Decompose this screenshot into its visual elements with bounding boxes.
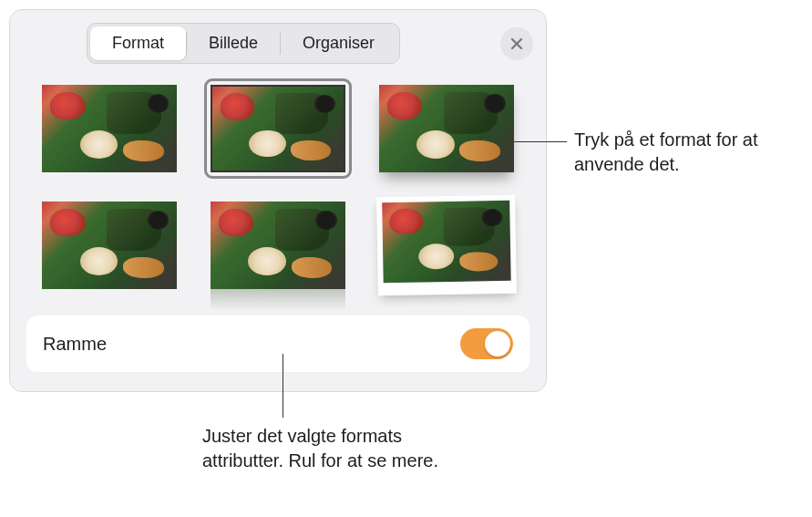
style-plain[interactable] (37, 78, 182, 179)
frame-toggle[interactable] (460, 328, 513, 359)
callout-apply-format: Tryk på et format for at anvende det. (574, 128, 802, 177)
tabs-row: Format Billede Organiser (10, 10, 546, 73)
image-styles-grid (10, 73, 546, 312)
frame-label: Ramme (43, 334, 107, 355)
callout-leader-line (512, 141, 567, 142)
style-shadow[interactable] (374, 78, 519, 179)
style-polaroid[interactable] (374, 195, 519, 295)
tab-billede[interactable]: Billede (187, 26, 280, 60)
style-reflection[interactable] (206, 195, 351, 295)
tab-organiser[interactable]: Organiser (281, 26, 396, 60)
format-inspector-panel: Format Billede Organiser (9, 9, 547, 392)
close-button[interactable] (500, 27, 533, 60)
callout-adjust-attributes: Juster det valgte formats attributter. R… (202, 424, 457, 473)
tab-format[interactable]: Format (90, 26, 186, 60)
style-thin-border[interactable] (206, 78, 351, 179)
toggle-knob (485, 331, 510, 357)
style-plain-2[interactable] (37, 195, 182, 295)
callout-leader-line (283, 354, 283, 418)
close-icon (509, 36, 524, 51)
segmented-control: Format Billede Organiser (87, 23, 400, 64)
frame-row: Ramme (26, 315, 529, 373)
